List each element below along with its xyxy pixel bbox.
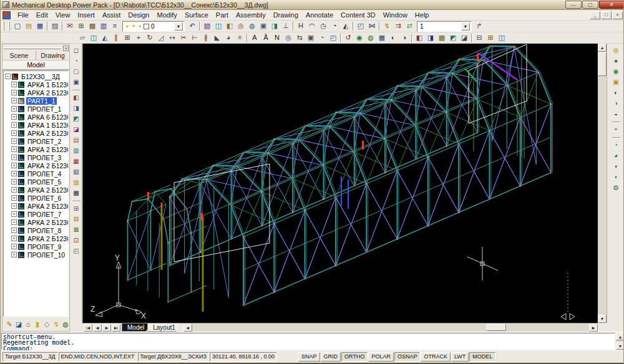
- surface-tool-icon[interactable]: ▥: [71, 146, 82, 156]
- expand-box-icon[interactable]: +: [11, 171, 17, 176]
- osnap-modes-field[interactable]: END,MID,CEN,NOD,INT,EXT: [59, 352, 137, 362]
- assembly-check-icon[interactable]: ◫: [496, 33, 507, 43]
- trim-icon[interactable]: ✂: [178, 33, 189, 43]
- holes-chart-icon[interactable]: ⊠: [71, 226, 82, 235]
- pagesetup-icon[interactable]: ◧: [224, 21, 235, 31]
- status-toggle-ortho[interactable]: ORTHO: [341, 352, 368, 362]
- shell-icon[interactable]: ◩: [447, 33, 459, 43]
- expand-box-icon[interactable]: +: [11, 211, 17, 217]
- menu-item-content-3d[interactable]: Content 3D: [337, 10, 379, 20]
- extrude-icon[interactable]: ◧: [414, 33, 425, 43]
- profile-icon[interactable]: ◉: [354, 33, 365, 43]
- zoom-icon[interactable]: ◎: [283, 33, 294, 43]
- ucs-icon[interactable]: ⊥: [280, 21, 291, 31]
- print-icon[interactable]: ≡: [109, 21, 120, 31]
- toolbody-icon[interactable]: ◪: [71, 125, 82, 135]
- part-tool-icon[interactable]: ◩: [71, 115, 82, 124]
- menu-item-file[interactable]: File: [14, 10, 32, 20]
- tree-row[interactable]: +АРКА 2 Б1230_8: [11, 218, 68, 226]
- power-dim-icon[interactable]: ↯: [381, 21, 392, 31]
- tree-row[interactable]: +ПРОЛЕТ_7: [11, 210, 68, 218]
- expand-box-icon[interactable]: +: [11, 252, 17, 257]
- tab-scene[interactable]: Scene: [2, 51, 36, 60]
- tree-row[interactable]: +АРКА 2 Б1230_9: [11, 234, 68, 242]
- library-tool-icon[interactable]: ▩: [71, 189, 82, 198]
- drawing-tool-icon[interactable]: ▦: [71, 157, 82, 166]
- hscroll-thumb[interactable]: [486, 324, 506, 331]
- expand-box-icon[interactable]: +: [11, 98, 17, 103]
- match-properties-icon[interactable]: ▩: [87, 21, 98, 31]
- tree-row[interactable]: +ПРОЛЕТ_4: [11, 170, 68, 178]
- constrain-icon[interactable]: ◍: [365, 33, 376, 43]
- menu-item-insert[interactable]: Insert: [74, 10, 99, 20]
- tab-model[interactable]: Model: [2, 60, 69, 70]
- scroll-down-icon[interactable]: ▼: [598, 315, 607, 323]
- expand-box-icon[interactable]: +: [11, 106, 17, 112]
- coordinates-readout[interactable]: 30121.40, 8918.16 , 0.00: [210, 352, 277, 362]
- browser-pencil-icon[interactable]: ✎: [5, 320, 14, 329]
- zoom-window-icon[interactable]: ▢: [71, 67, 82, 77]
- tree-row[interactable]: +ПРОЛЕТ_1: [11, 105, 68, 113]
- fillet-icon[interactable]: ◕: [223, 33, 234, 43]
- sketch-icon[interactable]: ↺: [343, 33, 354, 43]
- content-steel-icon[interactable]: ◍: [611, 46, 622, 55]
- tree-row[interactable]: +АРКА 1 Б1230_1: [11, 80, 68, 89]
- dimension-sketch-icon[interactable]: ▦: [376, 33, 388, 43]
- document-minimize-button[interactable]: _: [590, 11, 600, 19]
- command-history[interactable]: shortcut-menu. Regenerating model. Comma…: [1, 333, 615, 350]
- content-chains-icon[interactable]: ◓: [611, 125, 622, 135]
- tab-nav-3[interactable]: ▶|: [112, 324, 120, 332]
- offset-icon[interactable]: ∥: [110, 33, 122, 43]
- menu-item-view[interactable]: View: [52, 10, 74, 20]
- status-toggle-grid[interactable]: GRID: [321, 352, 341, 362]
- browser-world-icon[interactable]: ◍: [61, 320, 70, 329]
- pan-icon[interactable]: ⇆: [294, 33, 305, 43]
- dim-aligned-icon[interactable]: ◠: [306, 21, 318, 31]
- restore-view-icon[interactable]: ↱: [474, 21, 485, 31]
- menu-item-surface[interactable]: Surface: [181, 10, 212, 20]
- status-toggle-polar[interactable]: POLAR: [368, 352, 394, 362]
- toolbar-grip[interactable]: [8, 22, 10, 31]
- title-bar[interactable]: Mechanical Desktop Power Pack - [D:\Rabo…: [1, 0, 624, 10]
- tree-row[interactable]: +ПРОЛЕТ_2: [11, 137, 68, 145]
- feature-tool-icon[interactable]: ▤: [71, 136, 82, 145]
- menu-item-drawing[interactable]: Drawing: [270, 10, 302, 20]
- content-calc-icon[interactable]: ◗: [611, 173, 622, 182]
- status-toggle-snap[interactable]: SNAP: [298, 352, 320, 362]
- expand-box-icon[interactable]: +: [11, 244, 17, 249]
- scroll-up-icon[interactable]: ▲: [598, 44, 607, 52]
- expand-box-icon[interactable]: +: [11, 90, 17, 95]
- extend-icon[interactable]: ⊢: [189, 33, 200, 43]
- menu-item-assembly[interactable]: Assembly: [232, 10, 270, 20]
- assembly-constraint-icon[interactable]: ⊟: [474, 33, 485, 43]
- tree-row[interactable]: +ПРОЛЕТ_6: [11, 194, 68, 202]
- document-close-button[interactable]: ×: [612, 11, 623, 19]
- menu-item-modify[interactable]: Modify: [153, 10, 180, 20]
- target-sketch-field[interactable]: Target ДВХ20Х8__ЭСКИЗ: [138, 352, 209, 362]
- block-icon[interactable]: ▣: [258, 21, 269, 31]
- menu-item-help[interactable]: Help: [411, 10, 433, 20]
- status-toggle-otrack[interactable]: OTRACK: [421, 352, 451, 362]
- scroll-down-icon[interactable]: ▼: [616, 342, 624, 350]
- annotate-tool-icon[interactable]: ▧: [71, 168, 82, 177]
- tree-row[interactable]: +АРКА 2 Б1230_3: [11, 145, 68, 153]
- power-edit-icon[interactable]: ⇉: [392, 21, 404, 31]
- calc-tool-icon[interactable]: ▨: [71, 178, 82, 188]
- layer-swatch-icon[interactable]: [144, 24, 149, 29]
- close-button[interactable]: ✕: [599, 1, 624, 9]
- expand-box-icon[interactable]: +: [11, 195, 17, 201]
- steel-shapes-icon[interactable]: ⊞: [71, 204, 82, 214]
- status-toggle-model[interactable]: MODEL: [469, 352, 495, 362]
- array-icon[interactable]: ⊞: [122, 33, 133, 43]
- orbit-icon[interactable]: ◔: [316, 33, 328, 43]
- document-restore-button[interactable]: □: [601, 11, 612, 19]
- mirror-icon[interactable]: ◭: [99, 33, 110, 43]
- tree-row[interactable]: +АРКА 2 Б1230_2: [11, 129, 68, 137]
- move-icon[interactable]: +: [133, 33, 144, 43]
- content-bearings-icon[interactable]: ◒: [611, 110, 622, 119]
- maximize-button[interactable]: ▢: [582, 1, 598, 9]
- sheet-icon[interactable]: ◰: [328, 33, 339, 43]
- content-render-icon[interactable]: ◍: [611, 183, 622, 193]
- tab-nav-0[interactable]: |◀: [84, 324, 92, 332]
- model-tree[interactable]: −Б12X30__3Д+АРКА 1 Б1230_1+АРКА 2 Б1230_…: [3, 70, 69, 317]
